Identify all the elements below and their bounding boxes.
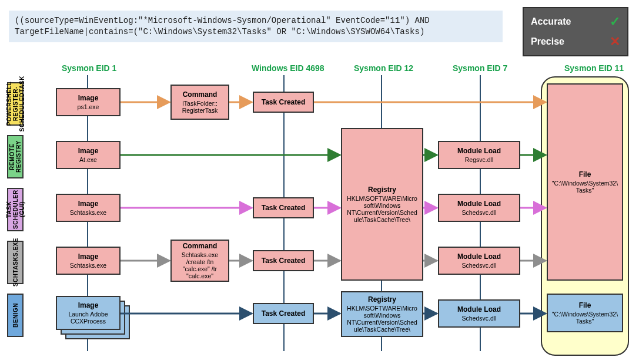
node-r4-task: Task Created: [253, 250, 314, 271]
row-label-benign: BENIGN: [7, 294, 24, 337]
row-label-powershell: POWERSHELL REGISTER-SCHEDULEDTASK: [7, 82, 24, 126]
check-icon: ✓: [610, 14, 620, 29]
legend-box: Accurate ✓ Precise ✕: [523, 7, 628, 56]
node-r2-image: ImageAt.exe: [56, 141, 121, 169]
legend-precise: Precise ✕: [531, 34, 620, 49]
node-r5-image: ImageLaunch Adobe CCXProcess: [56, 296, 121, 330]
legend-precise-label: Precise: [531, 36, 564, 47]
col-sysmon1: Sysmon EID 1: [62, 63, 116, 73]
node-r3-task: Task Created: [253, 197, 314, 218]
node-r3-module: Module LoadSchedsvc.dll: [438, 194, 520, 222]
node-r4-command: CommandSchtasks.exe /create /tn "calc.ex…: [170, 240, 229, 282]
node-r1-image: Imageps1.exe: [56, 88, 121, 116]
node-r5-registry: RegistryHKLM\SOFTWARE\Microsoft\Windows …: [341, 291, 423, 337]
legend-accurate: Accurate ✓: [531, 14, 620, 29]
node-r5-module: Module LoadSchedsvc.dll: [438, 299, 520, 328]
node-r5-task: Task Created: [253, 303, 314, 324]
query-text: ((sourceType=WinEventLog:"*Microsoft-Win…: [15, 16, 430, 36]
col-win4698: Windows EID 4698: [252, 63, 324, 73]
node-r3-image: ImageSchtasks.exe: [56, 194, 121, 222]
node-r5-file: File"C:\Windows\System32\Tasks": [547, 294, 623, 332]
cross-icon: ✕: [610, 34, 620, 49]
row-label-remote-registry: REMOTE REGISTRY: [7, 135, 24, 178]
node-r1-command: CommandITaskFolder:: RegisterTask: [170, 85, 229, 120]
col-sysmon12: Sysmon EID 12: [354, 63, 413, 73]
col-sysmon11: Sysmon EID 11: [564, 63, 624, 73]
node-r1-task: Task Created: [253, 92, 314, 113]
legend-accurate-label: Accurate: [531, 16, 571, 27]
node-file-combined: File "C:\Windows\System32\Tasks": [547, 83, 623, 281]
node-registry-combined: Registry HKLM\SOFTWARE\Microsoft\Windows…: [341, 128, 423, 281]
row-label-task-scheduler-gui: TASK SCHEDULER (GUI): [7, 188, 24, 231]
query-bar: ((sourceType=WinEventLog:"*Microsoft-Win…: [9, 11, 503, 42]
row-label-schtasks: SCHTASKS.EXE: [7, 241, 24, 284]
col-sysmon7: Sysmon EID 7: [453, 63, 507, 73]
node-r4-image: ImageSchtasks.exe: [56, 247, 121, 275]
node-r4-module: Module LoadSchedsvc.dll: [438, 247, 520, 275]
node-r2-module: Module LoadRegsvc.dll: [438, 141, 520, 169]
